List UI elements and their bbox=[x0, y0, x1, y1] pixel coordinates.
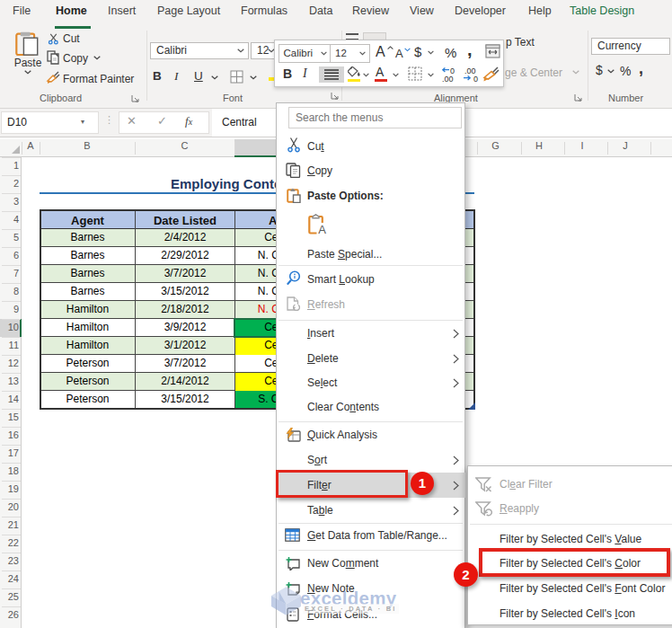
svg-text:A: A bbox=[318, 222, 326, 235]
svg-text:.00: .00 bbox=[442, 75, 454, 83]
svg-text:0: 0 bbox=[473, 75, 478, 83]
